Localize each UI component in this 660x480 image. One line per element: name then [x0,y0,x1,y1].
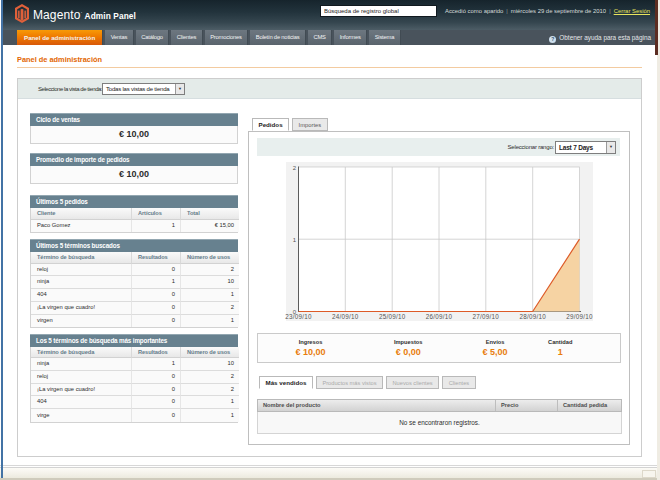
svg-text:29/09/10: 29/09/10 [566,313,593,320]
svg-text:23/09/10: 23/09/10 [285,313,312,320]
svg-text:2: 2 [293,165,297,171]
svg-text:1: 1 [293,237,297,243]
svg-text:28/09/10: 28/09/10 [519,313,546,320]
svg-text:27/09/10: 27/09/10 [473,313,500,320]
svg-text:26/09/10: 26/09/10 [426,313,453,320]
svg-text:24/09/10: 24/09/10 [332,313,359,320]
svg-text:25/09/10: 25/09/10 [379,313,406,320]
